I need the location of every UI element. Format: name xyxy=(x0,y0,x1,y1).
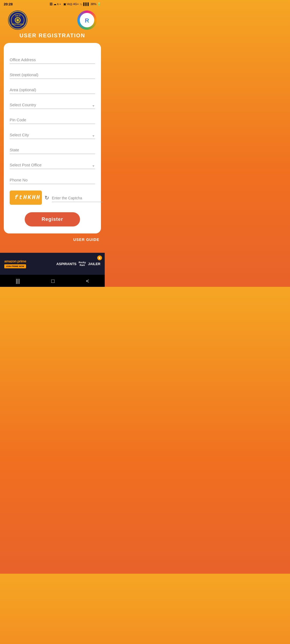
nav-home-icon[interactable]: □ xyxy=(51,278,55,284)
header-logos: भारतीय रेल INDIAN RAILWAYS R xyxy=(0,8,105,32)
join-prime-button[interactable]: JOIN PRIME NOW xyxy=(4,264,26,268)
notification-icons: 🖼 ☁ 𝕏 • xyxy=(50,2,61,6)
status-time: 20:28 xyxy=(4,2,13,6)
r1-logo-inner: R xyxy=(80,13,94,27)
select-post-office-field[interactable]: Select Post Office ⌄ xyxy=(10,160,95,169)
nav-menu-icon[interactable]: ||| xyxy=(16,278,20,284)
indian-railways-logo: भारतीय रेल INDIAN RAILWAYS xyxy=(8,10,27,30)
select-country-field[interactable]: Select Country ⌄ xyxy=(10,100,95,109)
chevron-down-icon-city: ⌄ xyxy=(92,133,95,137)
select-post-office-label: Select Post Office xyxy=(10,163,42,167)
select-country-label: Select Country xyxy=(10,103,36,107)
nav-back-icon[interactable]: < xyxy=(86,278,89,284)
signal-icons: ▣ Vo)) 4G+ ↑↓ ▌▌▌ 38% 🔋 xyxy=(63,2,101,6)
state-input[interactable] xyxy=(10,145,95,154)
street-input[interactable] xyxy=(10,70,95,79)
office-address-field[interactable] xyxy=(10,55,95,64)
ad-banner[interactable]: amazon prime JOIN PRIME NOW ASPIRANTS Ro… xyxy=(0,253,105,275)
ad-play-icon: ▶ xyxy=(97,255,102,260)
select-country-dropdown[interactable]: Select Country ⌄ xyxy=(10,100,95,109)
amazon-ad-logo: amazon prime JOIN PRIME NOW xyxy=(4,259,26,268)
captcha-input[interactable] xyxy=(52,193,103,202)
amazon-prime-logo: amazon prime xyxy=(4,259,26,263)
registration-form: Select Country ⌄ Select City ⌄ Select Po… xyxy=(4,43,101,233)
phone-input[interactable] xyxy=(10,175,95,184)
area-field[interactable] xyxy=(10,85,95,94)
svg-text:भारतीय रेल: भारतीय रेल xyxy=(15,15,20,17)
area-input[interactable] xyxy=(10,85,95,94)
pin-code-field[interactable] xyxy=(10,115,95,124)
street-field[interactable] xyxy=(10,70,95,79)
state-field[interactable] xyxy=(10,145,95,154)
pin-code-input[interactable] xyxy=(10,115,95,124)
ad-show-2: Rocky Rani xyxy=(79,261,86,266)
ad-show-1: ASPIRANTS xyxy=(56,262,77,266)
select-city-label: Select City xyxy=(10,133,29,137)
select-post-office-dropdown[interactable]: Select Post Office ⌄ xyxy=(10,160,95,169)
office-address-input[interactable] xyxy=(10,55,95,64)
captcha-image: ftHKHH xyxy=(10,191,42,205)
status-bar: 20:28 🖼 ☁ 𝕏 • ▣ Vo)) 4G+ ↑↓ ▌▌▌ 38% 🔋 xyxy=(0,0,105,8)
phone-field[interactable] xyxy=(10,175,95,184)
page-title: USER REGISTRATION xyxy=(0,32,105,39)
chevron-down-icon-post-office: ⌄ xyxy=(92,163,95,167)
chevron-down-icon: ⌄ xyxy=(92,103,95,107)
status-icons: 🖼 ☁ 𝕏 • ▣ Vo)) 4G+ ↑↓ ▌▌▌ 38% 🔋 xyxy=(50,2,101,6)
user-guide-link[interactable]: USER GUIDE xyxy=(73,237,99,242)
register-button[interactable]: Register xyxy=(25,212,80,226)
captcha-row: ftHKHH ↻ xyxy=(10,191,95,205)
select-city-dropdown[interactable]: Select City ⌄ xyxy=(10,130,95,139)
select-city-field[interactable]: Select City ⌄ xyxy=(10,130,95,139)
captcha-refresh-icon[interactable]: ↻ xyxy=(45,195,49,201)
user-guide-row[interactable]: USER GUIDE xyxy=(0,233,105,245)
svg-text:R: R xyxy=(85,17,89,24)
svg-text:INDIAN RAILWAYS: INDIAN RAILWAYS xyxy=(12,23,24,25)
r1-app-logo: R xyxy=(77,10,97,30)
navigation-bar: ||| □ < xyxy=(0,275,105,287)
ad-shows: ASPIRANTS Rocky Rani JAILER xyxy=(56,261,100,266)
ad-show-3: JAILER xyxy=(88,262,100,266)
